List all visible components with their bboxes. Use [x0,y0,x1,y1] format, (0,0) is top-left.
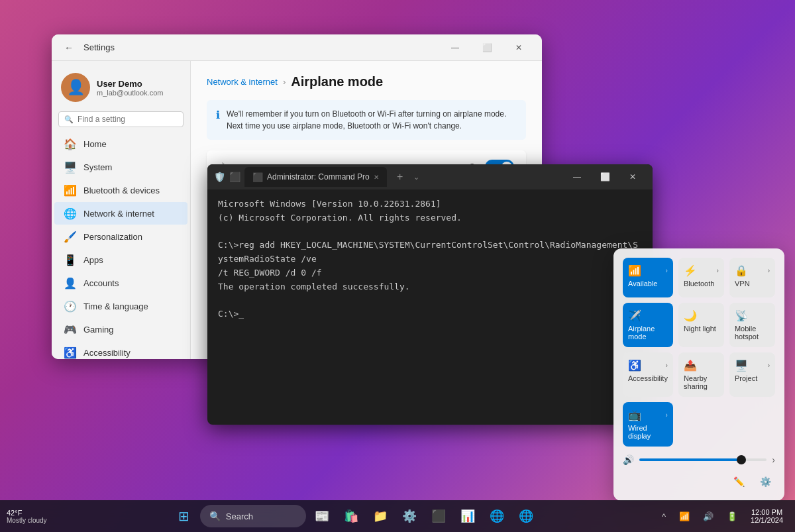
volume-expand-icon[interactable]: › [772,454,775,465]
qs-tile-airplane[interactable]: ✈️ Airplane mode [623,303,673,347]
vpn-icon: 🔒 [735,264,748,277]
sidebar-item-gaming[interactable]: 🎮 Gaming [54,318,187,341]
taskbar: 42°F Mostly cloudy ⊞ 🔍 Search 📰 🛍️ 📁 ⚙️ … [0,500,795,532]
hotspot-icon: 📡 [735,309,748,322]
weather-widget[interactable]: 42°F Mostly cloudy [7,509,47,524]
cmd-maximize-button[interactable]: ⬜ [592,167,618,187]
settings-title: Settings [83,42,115,52]
sidebar-item-label: Gaming [83,325,114,335]
taskbar-icon-widgets[interactable]: 📰 [309,503,335,529]
quick-settings-panel: 📶 › Available ⚡ › Bluetooth 🔒 › VPN ✈️ A… [613,248,784,501]
sidebar-item-label: Accessibility [83,348,131,358]
breadcrumb-parent[interactable]: Network & internet [207,77,278,87]
taskbar-icon-settings[interactable]: ⚙️ [396,503,423,529]
cmd-controls: — ⬜ ✕ [564,167,646,187]
qs-tile-vpn[interactable]: 🔒 › VPN [729,258,775,297]
cmd-tab-close-icon[interactable]: ✕ [374,174,379,181]
bluetooth-qs-icon: ⚡ [684,264,697,277]
close-button[interactable]: ✕ [504,37,534,58]
clock-display[interactable]: 12:00 PM 12/1/2024 [745,505,788,527]
sidebar-item-home[interactable]: 🏠 Home [54,133,187,155]
user-name: User Demo [97,79,163,89]
qs-tile-wired[interactable]: 📺 › Wired display [623,402,673,447]
settings-sidebar: 👤 User Demo m_lab@outlook.com 🔍 🏠 Home 🖥… [52,61,191,359]
wifi-tray-icon: 📶 [679,511,690,521]
taskbar-icon-edge[interactable]: 🌐 [513,503,539,529]
chevron-right-icon: › [768,267,770,274]
search-icon: 🔍 [64,115,74,124]
sidebar-item-accounts[interactable]: 👤 Accounts [54,272,187,294]
taskbar-search[interactable]: 🔍 Search [200,505,306,527]
qs-tile-project[interactable]: 🖥️ › Project [729,352,775,397]
volume-control: 🔊 › [623,454,775,465]
battery-icon: 🔋 [727,511,737,521]
system-tray-chevron[interactable]: ^ [657,509,671,524]
breadcrumb-current: Airplane mode [291,74,383,89]
qs-tile-nearby[interactable]: 📤 Nearby sharing [678,352,724,397]
qs-tile-top: 🔒 › [735,264,770,277]
network-tray-icon[interactable]: 📶 [674,509,695,524]
qs-tile-label: Mobile hotspot [735,325,770,341]
minimize-button[interactable]: — [440,37,470,58]
qs-tile-wifi[interactable]: 📶 › Available [623,258,673,297]
windows-start-button[interactable]: ⊞ [171,503,197,529]
qs-tile-accessibility[interactable]: ♿ › Accessibility [623,352,673,397]
sidebar-item-system[interactable]: 🖥️ System [54,156,187,178]
battery-tray-icon[interactable]: 🔋 [721,509,743,524]
qs-tile-bluetooth[interactable]: ⚡ › Bluetooth [678,258,724,297]
sidebar-item-label: Time & language [83,301,148,311]
taskbar-icon-cmd[interactable]: ⬛ [425,503,452,529]
wifi-icon: 📶 [628,264,641,277]
volume-slider[interactable] [639,458,767,461]
cmd-line-3 [218,225,642,239]
nearby-sharing-icon: 📤 [684,359,697,372]
cmd-tab[interactable]: ⬛ Administrator: Command Pro ✕ [244,167,387,187]
qs-tile-night[interactable]: 🌙 Night light [678,303,724,347]
qs-tile-label: Airplane mode [628,325,668,341]
sidebar-item-network[interactable]: 🌐 Network & internet [54,202,187,225]
volume-fill [639,458,741,461]
info-icon: ℹ [216,109,220,121]
qs-tile-hotspot[interactable]: 📡 Mobile hotspot [729,303,775,347]
maximize-button[interactable]: ⬜ [472,37,502,58]
new-tab-button[interactable]: + [391,168,409,186]
qs-tile-top: ♿ › [628,359,668,372]
chevron-right-icon: › [768,362,770,369]
sidebar-item-time[interactable]: 🕐 Time & language [54,295,187,317]
project-icon: 🖥️ [735,359,748,372]
chevron-up-icon: ^ [662,511,666,521]
terminal-shield-icon: 🛡️ [214,172,225,182]
cmd-titlebar: 🛡️ ⬛ ⬛ Administrator: Command Pro ✕ + ⌄ … [207,164,653,189]
edit-button[interactable]: ✏️ [729,472,749,492]
back-button[interactable]: ← [60,38,78,57]
settings-search-box[interactable]: 🔍 [58,111,184,127]
settings-search-input[interactable] [78,115,178,124]
volume-knob[interactable] [737,455,746,464]
chevron-right-icon: › [666,362,668,369]
cmd-close-button[interactable]: ✕ [619,167,646,187]
sidebar-item-accessibility[interactable]: ♿ Accessibility [54,341,187,359]
cmd-body[interactable]: Microsoft Windows [Version 10.0.22631.28… [207,189,653,425]
cmd-minimize-button[interactable]: — [564,167,590,187]
taskbar-icon-app2[interactable]: 🌐 [484,503,510,529]
cmd-line-2: (c) Microsoft Corporation. All rights re… [218,211,642,225]
sidebar-item-label: Home [83,139,107,149]
qs-tile-top: 📺 › [628,409,668,421]
taskbar-icon-explorer[interactable]: 📁 [367,503,394,529]
taskbar-icon-app1[interactable]: 📊 [454,503,481,529]
sidebar-item-label: Network & internet [83,209,154,219]
sidebar-item-personalization[interactable]: 🖌️ Personalization [54,225,187,248]
settings-gear-button[interactable]: ⚙️ [755,472,775,492]
personalization-icon: 🖌️ [64,230,77,243]
accessibility-qs-icon: ♿ [628,359,641,372]
tab-chevron-icon[interactable]: ⌄ [413,173,419,182]
sidebar-item-apps[interactable]: 📱 Apps [54,248,187,271]
qs-grid: 📶 › Available ⚡ › Bluetooth 🔒 › VPN ✈️ A… [623,258,775,447]
home-icon: 🏠 [64,137,77,150]
clock-date: 12/1/2024 [751,516,783,524]
volume-tray-icon[interactable]: 🔊 [698,509,719,524]
user-profile[interactable]: 👤 User Demo m_lab@outlook.com [52,66,190,109]
sidebar-item-label: Personalization [83,232,142,242]
taskbar-icon-store[interactable]: 🛍️ [338,503,364,529]
sidebar-item-bluetooth[interactable]: 📶 Bluetooth & devices [54,179,187,201]
